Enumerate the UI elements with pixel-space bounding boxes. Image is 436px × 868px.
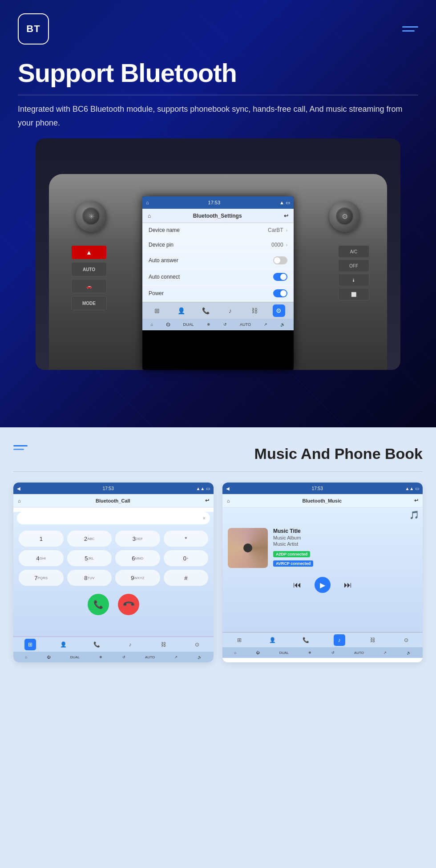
rear-button[interactable]: 🌡 [338, 274, 369, 286]
call-bottom-nav: ⊞ 👤 📞 ♪ ⛓ ⊙ [13, 637, 214, 652]
music-bottom-nav: ⊞ 👤 📞 ♪ ⛓ ⊙ [222, 632, 423, 647]
screen-nav-back-icon[interactable]: ↩ [284, 213, 288, 219]
auto-connect-toggle[interactable] [273, 273, 287, 281]
setting-label-auto-answer: Auto answer [149, 257, 178, 264]
call-nav-back-icon[interactable]: ↩ [205, 498, 209, 503]
chevron-icon: › [286, 228, 287, 233]
right-knob[interactable]: ⚙ [329, 201, 360, 232]
music-nav-link[interactable]: ⛓ [367, 634, 379, 646]
music-sb-dual: DUAL [279, 651, 289, 655]
car-button[interactable]: 🚗 [71, 279, 107, 293]
ac-button[interactable]: A/C [338, 245, 369, 258]
hamburger-menu-icon[interactable] [402, 26, 418, 32]
setting-value-device-pin: 0000 › [271, 242, 287, 248]
dial-7[interactable]: 7PQRS [19, 570, 64, 586]
dial-9[interactable]: 9WXYZ [115, 570, 160, 586]
lower-divider [13, 471, 423, 472]
call-search-bar[interactable]: × [17, 512, 210, 524]
bt-logo: BT [18, 13, 49, 45]
nav-icon-music[interactable]: ♪ [224, 304, 236, 317]
nav-icon-grid[interactable]: ⊞ [151, 304, 163, 317]
power-toggle[interactable] [273, 289, 287, 297]
call-search-clear-icon[interactable]: × [203, 515, 206, 521]
call-nav-person[interactable]: 👤 [58, 639, 69, 650]
left-knob[interactable]: ✳ [76, 201, 107, 232]
dial-star[interactable]: * [164, 531, 209, 547]
call-navbar: ⌂ Bluetooth_Call ↩ [13, 494, 214, 507]
auto-answer-toggle[interactable] [273, 256, 287, 264]
call-sb-home: ⌂ [25, 655, 27, 659]
nav-icon-person[interactable]: 👤 [175, 304, 188, 317]
track-artist: Music Artist [273, 541, 417, 547]
status-snowflake-icon: ❄ [207, 322, 210, 327]
recirc-button[interactable]: ⬜ [338, 288, 369, 300]
setting-row-auto-answer[interactable]: Auto answer [142, 252, 294, 269]
a2dp-badge: A2DP connected [273, 551, 310, 557]
dashboard-panel: ✳ ⚙ ▲ AUTO 🚗 MODE A/C OFF 🌡 ⬜ [49, 174, 387, 370]
call-action-buttons: 📞 📞 [13, 589, 214, 621]
music-nav-music[interactable]: ♪ [334, 634, 345, 646]
screen-nav-home-icon: ⌂ [148, 213, 151, 219]
dial-1[interactable]: 1 [19, 531, 64, 547]
setting-label-auto-connect: Auto connect [149, 274, 180, 280]
prev-button[interactable]: ⏮ [293, 580, 301, 590]
nav-icon-settings[interactable]: ⚙ [273, 304, 285, 317]
music-time: 17:53 [312, 486, 323, 491]
call-nav-music[interactable]: ♪ [125, 639, 136, 650]
call-sb-snow: ❄ [99, 655, 102, 659]
call-status-icons: ▲▲ ▭ [196, 486, 210, 491]
nav-icon-phone[interactable]: 📞 [200, 304, 212, 317]
music-nav-phone[interactable]: 📞 [300, 634, 312, 646]
setting-row-device-pin[interactable]: Device pin 0000 › [142, 238, 294, 252]
dial-8[interactable]: 8TUV [67, 570, 112, 586]
lower-hamburger-icon[interactable] [13, 445, 28, 450]
setting-row-power[interactable]: Power [142, 285, 294, 302]
screen-statusbar: ⌂ 17:53 ▲ ▭ [142, 196, 294, 209]
call-sb-fan: ↗ [174, 655, 178, 659]
dial-5[interactable]: 5JKL [67, 550, 112, 566]
screen-bottom-nav: ⊞ 👤 📞 ♪ ⛓ ⚙ [142, 302, 294, 319]
dial-hash[interactable]: # [164, 570, 209, 586]
hero-header: BT [0, 0, 436, 45]
dial-2[interactable]: 2ABC [67, 531, 112, 547]
dial-0[interactable]: 0+ [164, 550, 209, 566]
dial-6[interactable]: 6MNO [115, 550, 160, 566]
setting-row-auto-connect[interactable]: Auto connect [142, 269, 294, 285]
nav-icon-link[interactable]: ⛓ [248, 304, 261, 317]
call-sb-power: ⏻ [47, 655, 50, 659]
call-sb-loop: ↺ [122, 655, 125, 659]
music-screen-content: 🎵 Music Title Music Album Music Artist A… [222, 507, 423, 632]
hero-description: Integrated with BC6 Bluetooth module, su… [0, 102, 436, 130]
call-nav-phone[interactable]: 📞 [91, 639, 103, 650]
dial-4[interactable]: 4GHI [19, 550, 64, 566]
call-nav-grid[interactable]: ⊞ [24, 639, 36, 650]
music-sb-auto: AUTO [354, 651, 364, 655]
hangup-button[interactable]: 📞 [113, 589, 144, 620]
phone-screen-music: ◀ 17:53 ▲▲ ▭ ⌂ Bluetooth_Music ↩ 🎵 [222, 483, 423, 662]
music-nav-person[interactable]: 👤 [267, 634, 279, 646]
setting-label-power: Power [149, 290, 164, 296]
auto-button[interactable]: AUTO [71, 262, 107, 276]
music-sb-snow: ❄ [308, 651, 311, 655]
music-nav-grid[interactable]: ⊞ [234, 634, 245, 646]
next-button[interactable]: ⏭ [344, 580, 352, 590]
music-sb-loop: ↺ [331, 651, 335, 655]
status-dual-label: DUAL [183, 322, 194, 327]
dial-3[interactable]: 3DEF [115, 531, 160, 547]
hazard-button[interactable]: ▲ [71, 245, 107, 260]
screen-status-bottom: ⌂ ⏻ DUAL ❄ ↺ AUTO ↗ 🔊 [142, 319, 294, 330]
play-button[interactable]: ▶ [315, 577, 331, 593]
call-nav-settings[interactable]: ⊙ [191, 639, 203, 650]
off-button[interactable]: OFF [338, 260, 369, 272]
mode-button[interactable]: MODE [71, 296, 107, 310]
answer-button[interactable]: 📞 [88, 594, 109, 615]
music-nav-title: Bluetooth_Music [303, 498, 342, 503]
left-knob-inner: ✳ [82, 207, 100, 225]
music-nav-settings[interactable]: ⊙ [400, 634, 412, 646]
music-sb-power: ⏻ [256, 651, 259, 655]
call-nav-title: Bluetooth_Call [96, 498, 130, 503]
setting-row-device-name[interactable]: Device name CarBT › [142, 223, 294, 238]
lower-section: Music And Phone Book ◀ 17:53 ▲▲ ▭ ⌂ Blue… [0, 427, 436, 868]
music-nav-back-icon[interactable]: ↩ [414, 498, 418, 503]
call-nav-link[interactable]: ⛓ [158, 639, 170, 650]
